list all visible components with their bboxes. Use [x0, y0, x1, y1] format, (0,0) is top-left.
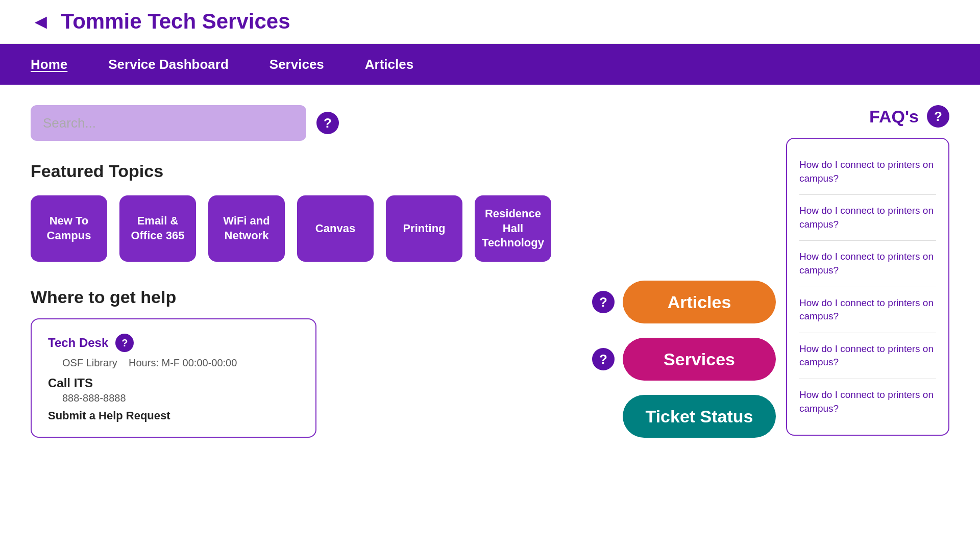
topic-new-to-campus[interactable]: New ToCampus — [31, 195, 107, 262]
articles-help-icon[interactable]: ? — [592, 291, 615, 313]
faq-title: FAQ's — [869, 107, 919, 127]
main-content: ? Featured Topics New ToCampus Email &Of… — [0, 85, 980, 458]
tech-desk-label: Tech Desk — [48, 336, 108, 350]
articles-button[interactable]: Articles — [623, 281, 776, 323]
faq-help-icon[interactable]: ? — [927, 105, 949, 128]
faq-item-3[interactable]: How do I connect to printers on campus? — [799, 241, 936, 287]
faq-item-4[interactable]: How do I connect to printers on campus? — [799, 287, 936, 333]
nav-item-home[interactable]: Home — [31, 52, 67, 78]
ticket-row: ? Ticket Status — [592, 395, 776, 438]
tech-desk-location: OSF Library Hours: M-F 00:00-00:00 — [62, 357, 299, 369]
tech-desk-row: Tech Desk ? — [48, 334, 299, 352]
help-box: Tech Desk ? OSF Library Hours: M-F 00:00… — [31, 318, 316, 438]
topic-email-office365[interactable]: Email &Office 365 — [119, 195, 196, 262]
ticket-status-button[interactable]: Ticket Status — [623, 395, 776, 438]
topic-printing[interactable]: Printing — [386, 195, 462, 262]
faq-item-5[interactable]: How do I connect to printers on campus? — [799, 333, 936, 379]
articles-row: ? Articles — [592, 281, 776, 323]
faq-section: FAQ's ? How do I connect to printers on … — [786, 105, 949, 438]
services-row: ? Services — [592, 338, 776, 381]
tech-desk-help-icon[interactable]: ? — [115, 334, 134, 352]
phone-number: 888-888-8888 — [62, 392, 299, 404]
faq-header: FAQ's ? — [786, 105, 949, 128]
search-help-icon[interactable]: ? — [316, 112, 339, 134]
nav-item-service-dashboard[interactable]: Service Dashboard — [108, 52, 229, 78]
services-help-icon[interactable]: ? — [592, 348, 615, 370]
submit-help-request-link[interactable]: Submit a Help Request — [48, 409, 299, 422]
where-to-help-title: Where to get help — [31, 287, 582, 307]
faq-item-1[interactable]: How do I connect to printers on campus? — [799, 149, 936, 195]
nav-bar: Home Service Dashboard Services Articles — [0, 44, 980, 85]
nav-item-services[interactable]: Services — [270, 52, 324, 78]
top-header: ◄ Tommie Tech Services — [0, 0, 980, 44]
search-input[interactable] — [31, 105, 306, 141]
site-title: Tommie Tech Services — [61, 9, 290, 34]
middle-section: ? Articles ? Services ? Ticket Status — [602, 105, 766, 438]
nav-item-articles[interactable]: Articles — [365, 52, 413, 78]
search-row: ? — [31, 105, 582, 141]
services-button[interactable]: Services — [623, 338, 776, 381]
topic-wifi-network[interactable]: WiFi andNetwork — [208, 195, 285, 262]
topic-canvas[interactable]: Canvas — [297, 195, 374, 262]
featured-topics-title: Featured Topics — [31, 161, 582, 181]
left-section: ? Featured Topics New ToCampus Email &Of… — [31, 105, 582, 438]
back-button[interactable]: ◄ — [31, 10, 51, 33]
faq-item-2[interactable]: How do I connect to printers on campus? — [799, 195, 936, 241]
faq-item-6[interactable]: How do I connect to printers on campus? — [799, 379, 936, 424]
call-its-label: Call ITS — [48, 376, 299, 390]
topic-residence-hall[interactable]: ResidenceHallTechnology — [475, 195, 551, 262]
topics-grid: New ToCampus Email &Office 365 WiFi andN… — [31, 195, 582, 262]
faq-box: How do I connect to printers on campus? … — [786, 138, 949, 436]
